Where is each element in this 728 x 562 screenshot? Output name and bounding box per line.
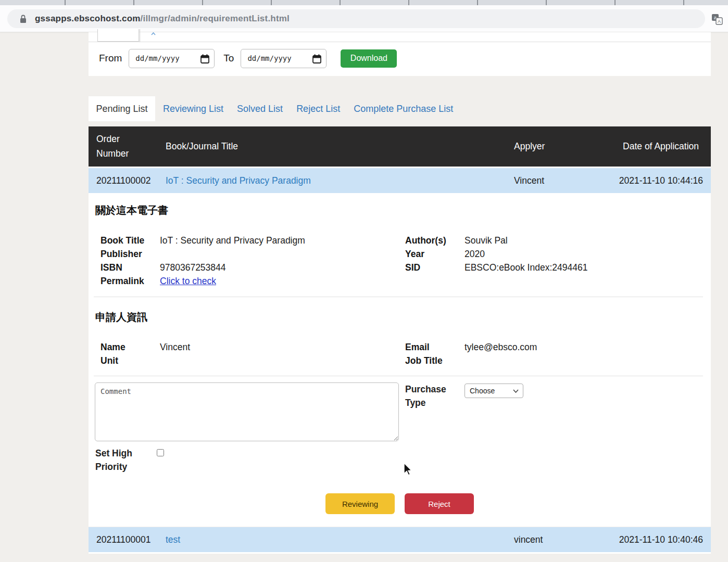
calendar-icon[interactable] bbox=[200, 54, 209, 63]
cell-order-number: 20211100001 bbox=[96, 534, 166, 545]
divider bbox=[89, 552, 711, 554]
header-book-title: Book/Journal Title bbox=[166, 141, 514, 152]
field-label-authors: Author(s) bbox=[405, 234, 465, 247]
cutoff-input[interactable] bbox=[97, 29, 139, 42]
detail-panel: 關於這本電子書 Book TitleIoT : Security and Pri… bbox=[89, 193, 711, 527]
tab-pending-list[interactable]: Pending List bbox=[89, 96, 155, 121]
header-applyer: Applyer bbox=[514, 141, 599, 152]
table-header: Order Number Book/Journal Title Applyer … bbox=[89, 126, 711, 167]
download-button[interactable]: Download bbox=[341, 49, 397, 68]
url-domain: gssapps.ebscohost.com bbox=[35, 14, 141, 23]
translate-icon[interactable]: a A bbox=[711, 14, 723, 25]
reject-button[interactable]: Reject bbox=[405, 493, 474, 514]
field-label-unit: Unit bbox=[101, 354, 160, 367]
cell-order-number: 20211100002 bbox=[96, 175, 166, 186]
to-date-field[interactable] bbox=[241, 49, 309, 68]
field-label-name: Name bbox=[101, 340, 160, 354]
divider bbox=[94, 376, 703, 376]
action-buttons: Reviewing Reject bbox=[89, 493, 711, 514]
calendar-icon[interactable] bbox=[312, 54, 321, 63]
comment-textarea[interactable] bbox=[95, 382, 399, 441]
field-value-authors: Souvik Pal bbox=[465, 234, 508, 247]
url-path: /illmgr/admin/requirementList.html bbox=[141, 14, 290, 23]
requirement-table: Order Number Book/Journal Title Applyer … bbox=[89, 126, 711, 554]
to-label: To bbox=[223, 53, 234, 64]
from-label: From bbox=[99, 53, 122, 64]
url-text: gssapps.ebscohost.com/illmgr/admin/requi… bbox=[35, 14, 290, 24]
cell-applyer: vincent bbox=[514, 534, 599, 545]
applicant-section-heading: 申請人資訊 bbox=[95, 310, 147, 324]
address-bar[interactable]: gssapps.ebscohost.com/illmgr/admin/requi… bbox=[7, 9, 705, 28]
from-date-field[interactable] bbox=[129, 49, 197, 68]
field-label-sid: SID bbox=[405, 261, 465, 274]
tab-solved-list[interactable]: Solved List bbox=[230, 96, 290, 121]
list-tabs: Pending List Reviewing List Solved List … bbox=[89, 96, 460, 121]
purchase-type-select[interactable]: Choose bbox=[465, 384, 523, 398]
divider bbox=[94, 297, 703, 297]
reviewing-button[interactable]: Reviewing bbox=[325, 493, 395, 514]
tab-complete-purchase-list[interactable]: Complete Purchase List bbox=[347, 96, 460, 121]
field-label-email: Email bbox=[405, 340, 465, 354]
cutoff-form-row bbox=[89, 32, 711, 42]
field-value-book-title: IoT : Security and Privacy Paradigm bbox=[160, 234, 305, 247]
book-title-link[interactable]: test bbox=[166, 534, 514, 545]
purchase-type-label: Purchase Type bbox=[405, 382, 457, 410]
cutoff-divider bbox=[140, 29, 140, 42]
date-filter-row: From To Download bbox=[89, 48, 711, 69]
field-value-sid: EBSCO:eBook Index:2494461 bbox=[465, 261, 587, 274]
mouse-cursor bbox=[402, 462, 412, 477]
table-row[interactable]: 20211100002 IoT : Security and Privacy P… bbox=[89, 168, 711, 193]
lock-icon bbox=[20, 15, 27, 23]
cell-applyer: Vincent bbox=[514, 175, 599, 186]
field-label-book-title: Book Title bbox=[101, 234, 160, 247]
header-order-number: Order Number bbox=[96, 132, 143, 160]
chevron-down-icon bbox=[513, 389, 519, 393]
to-date-input[interactable] bbox=[241, 49, 327, 68]
book-section-heading: 關於這本電子書 bbox=[95, 203, 168, 218]
high-priority-checkbox[interactable] bbox=[157, 449, 164, 456]
browser-toolbar: gssapps.ebscohost.com/illmgr/admin/requi… bbox=[0, 5, 728, 32]
cell-date: 2021-11-10 10:44:16 bbox=[599, 175, 703, 186]
field-value-email: tylee@ebsco.com bbox=[465, 340, 537, 354]
field-label-publisher: Publisher bbox=[101, 247, 160, 261]
field-value-name: Vincent bbox=[160, 340, 190, 354]
book-title-link[interactable]: IoT : Security and Privacy Paradigm bbox=[166, 175, 514, 186]
filter-panel: From To Download bbox=[89, 32, 711, 76]
field-label-year: Year bbox=[405, 247, 465, 261]
field-label-permalink: Permalink bbox=[101, 274, 160, 288]
tab-reviewing-list[interactable]: Reviewing List bbox=[156, 96, 230, 121]
header-date: Date of Application bbox=[599, 141, 703, 152]
field-label-isbn: ISBN bbox=[101, 261, 160, 274]
purchase-type-value: Choose bbox=[470, 387, 495, 395]
field-value-isbn: 9780367253844 bbox=[160, 261, 226, 274]
svg-text:A: A bbox=[718, 19, 721, 24]
field-value-year: 2020 bbox=[465, 247, 485, 261]
set-high-priority-label: Set High Priority bbox=[95, 446, 153, 474]
permalink-link[interactable]: Click to check bbox=[160, 274, 216, 288]
from-date-input[interactable] bbox=[129, 49, 215, 68]
field-label-job-title: Job Title bbox=[405, 354, 465, 367]
browser-tab-strip bbox=[0, 0, 728, 5]
tab-reject-list[interactable]: Reject List bbox=[290, 96, 347, 121]
table-row[interactable]: 20211100001 test vincent 2021-11-10 10:4… bbox=[89, 527, 711, 552]
cutoff-caret-icon bbox=[151, 32, 156, 35]
cell-date: 2021-11-10 10:40:46 bbox=[599, 534, 703, 545]
